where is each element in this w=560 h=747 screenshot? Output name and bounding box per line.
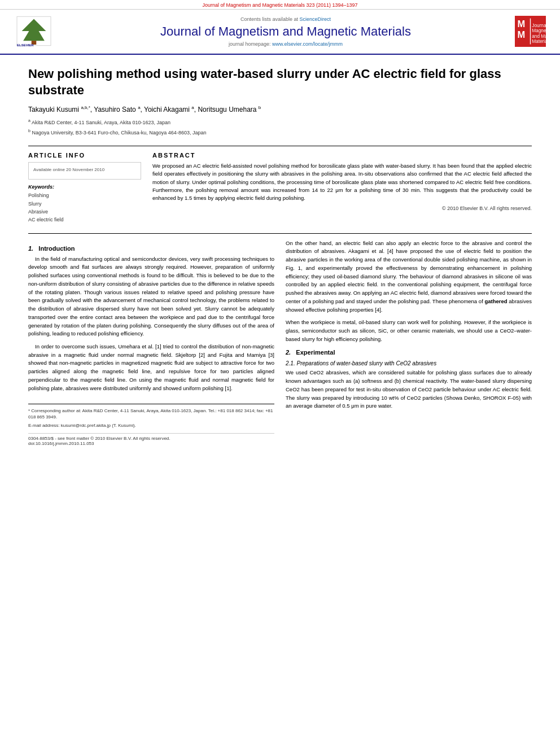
journal-title: Journal of Magnetism and Magnetic Materi… [68, 24, 504, 39]
svg-text:ELSEVIER: ELSEVIER [17, 43, 34, 47]
journal-header: ELSEVIER Contents lists available at Sci… [0, 10, 560, 55]
section2-col2-p1: We used CeO2 abrasives, which are consid… [286, 369, 532, 410]
journal-ref-text: Journal of Magnetism and Magnetic Materi… [202, 2, 357, 8]
info-abstract-section: ARTICLE INFO Available online 20 Novembe… [28, 152, 532, 224]
section2-sub1: 2.1. Preparations of water-based slurry … [286, 360, 532, 366]
section1-p1: In the field of manufacturing optical an… [28, 255, 274, 338]
keyword-abrasive: Abrasive [28, 208, 141, 216]
section1-col2-p2: When the workpiece is metal, oil-based s… [286, 318, 532, 343]
keyword-polishing: Polishing [28, 191, 141, 199]
body-col-left: 1. Introduction In the field of manufact… [28, 239, 274, 446]
affiliations: a Akita R&D Center, 4-11 Sanuki, Araya, … [28, 118, 532, 137]
main-content: New polishing method using water-based s… [0, 55, 560, 457]
journal-header-center: Contents lists available at ScienceDirec… [68, 16, 504, 47]
abstract-col: ABSTRACT We proposed an AC electric fiel… [152, 152, 532, 224]
section1-p2: In order to overcome such issues, Umehar… [28, 343, 274, 392]
sciencedirect-link: Contents lists available at ScienceDirec… [68, 16, 504, 22]
section1-header: 1. Introduction [28, 245, 274, 252]
available-online: Available online 20 November 2010 [33, 167, 136, 172]
abstract-divider [28, 233, 532, 234]
svg-text:M: M [518, 29, 526, 39]
article-title: New polishing method using water-based s… [28, 66, 532, 98]
article-info-box: Available online 20 November 2010 [28, 162, 141, 180]
footer-notes: * Corresponding author at: Akita R&D Cen… [28, 404, 274, 446]
authors: Takayuki Kusumi a,b,*, Yasuhiro Sato a, … [28, 105, 532, 113]
svg-text:Magnetism: Magnetism [532, 28, 546, 33]
svg-text:Materials: Materials [532, 38, 546, 43]
abstract-header: ABSTRACT [152, 152, 532, 159]
footer-doi: doi:10.1016/j.jmmm.2010.11.053 [28, 441, 274, 446]
journal-logo-right: M M Journal of Magnetism and Magnetic Ma… [515, 16, 549, 48]
keyword-ac-electric: AC electric field [28, 216, 141, 224]
copyright-line: © 2010 Elsevier B.V. All rights reserved… [152, 206, 532, 211]
elsevier-logo: ELSEVIER [11, 14, 56, 49]
footer-email: E-mail address: kusumi@rdc.pref.akita.jp… [28, 422, 274, 429]
body-col-right: On the other hand, an electric field can… [286, 239, 532, 446]
keywords-label: Keywords: [28, 184, 141, 190]
journal-homepage: journal homepage: www.elsevier.com/locat… [68, 41, 504, 47]
keywords-section: Keywords: Polishing Slurry Abrasive AC e… [28, 184, 141, 224]
footer-bottom: 0304-8853/$ - see front matter © 2010 El… [28, 433, 274, 446]
journal-reference-bar: Journal of Magnetism and Magnetic Materi… [0, 0, 560, 10]
svg-text:Journal of: Journal of [532, 23, 546, 28]
svg-text:M: M [518, 19, 526, 29]
footer-corresponding: * Corresponding author at: Akita R&D Cen… [28, 408, 274, 420]
section1-col2-p1: On the other hand, an electric field can… [286, 239, 532, 314]
svg-text:and Magnetic: and Magnetic [532, 33, 546, 38]
keyword-slurry: Slurry [28, 200, 141, 208]
article-info-col: ARTICLE INFO Available online 20 Novembe… [28, 152, 141, 224]
article-info-header: ARTICLE INFO [28, 152, 141, 159]
abstract-text: We proposed an AC electric field-assiste… [152, 162, 532, 202]
section2-header: 2. Experimental [286, 349, 532, 356]
header-divider [28, 146, 532, 146]
body-section: 1. Introduction In the field of manufact… [28, 239, 532, 446]
footer-issn: 0304-8853/$ - see front matter © 2010 El… [28, 436, 274, 441]
